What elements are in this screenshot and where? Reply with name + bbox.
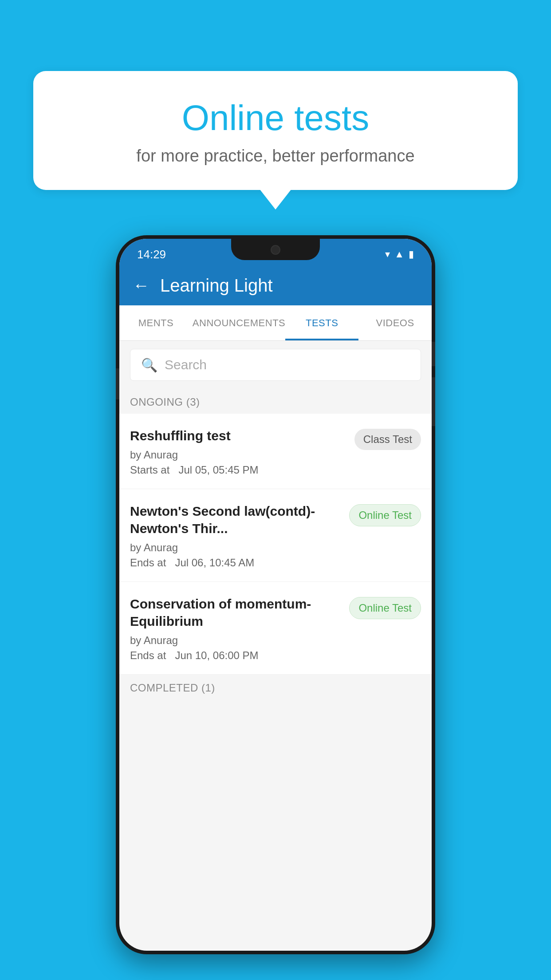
tab-videos[interactable]: VIDEOS: [358, 305, 432, 340]
test-item-conservation[interactable]: Conservation of momentum-Equilibrium by …: [119, 582, 432, 675]
test-name-newton: Newton's Second law(contd)-Newton's Thir…: [130, 502, 342, 537]
completed-section-label: COMPLETED (1): [119, 675, 432, 699]
test-badge-reshuffling: Class Test: [354, 429, 421, 450]
app-title: Learning Light: [160, 276, 273, 296]
notch: [231, 239, 320, 260]
test-time-conservation: Ends at Jun 10, 06:00 PM: [130, 649, 342, 662]
test-time-newton: Ends at Jul 06, 10:45 AM: [130, 557, 342, 569]
tab-ments[interactable]: MENTS: [119, 305, 193, 340]
wifi-icon: ▾: [385, 249, 390, 260]
bubble-subtitle: for more practice, better performance: [55, 146, 496, 166]
front-camera: [271, 245, 280, 255]
test-item-reshuffling[interactable]: Reshuffling test by Anurag Starts at Jul…: [119, 414, 432, 489]
test-list: Reshuffling test by Anurag Starts at Jul…: [119, 414, 432, 675]
search-container: 🔍 Search: [119, 341, 432, 389]
test-info-conservation: Conservation of momentum-Equilibrium by …: [130, 595, 349, 662]
test-badge-newton: Online Test: [349, 504, 421, 526]
signal-icon: ▲: [394, 249, 404, 260]
test-author-reshuffling: by Anurag: [130, 449, 347, 461]
tab-tests[interactable]: TESTS: [285, 305, 358, 340]
test-info-reshuffling: Reshuffling test by Anurag Starts at Jul…: [130, 427, 354, 476]
test-badge-conservation: Online Test: [349, 597, 421, 619]
battery-icon: ▮: [409, 249, 414, 260]
test-name-conservation: Conservation of momentum-Equilibrium: [130, 595, 342, 630]
test-info-newton: Newton's Second law(contd)-Newton's Thir…: [130, 502, 349, 569]
test-name-reshuffling: Reshuffling test: [130, 427, 347, 444]
app-header: ← Learning Light: [119, 265, 432, 305]
tabs-bar: MENTS ANNOUNCEMENTS TESTS VIDEOS: [119, 305, 432, 341]
test-author-newton: by Anurag: [130, 541, 342, 554]
ongoing-section-label: ONGOING (3): [119, 389, 432, 414]
search-bar[interactable]: 🔍 Search: [130, 349, 421, 381]
test-item-newton[interactable]: Newton's Second law(contd)-Newton's Thir…: [119, 489, 432, 582]
status-icons: ▾ ▲ ▮: [385, 249, 414, 260]
search-icon: 🔍: [141, 357, 157, 373]
bubble-title: Online tests: [55, 98, 496, 138]
test-time-reshuffling: Starts at Jul 05, 05:45 PM: [130, 464, 347, 476]
back-button[interactable]: ←: [133, 276, 150, 295]
test-author-conservation: by Anurag: [130, 634, 342, 647]
status-time: 14:29: [137, 248, 166, 261]
phone-screen: 14:29 ▾ ▲ ▮ ← Learning Light MENTS ANNOU…: [119, 239, 432, 951]
phone-frame: 14:29 ▾ ▲ ▮ ← Learning Light MENTS ANNOU…: [116, 235, 435, 954]
tab-announcements[interactable]: ANNOUNCEMENTS: [193, 305, 285, 340]
speech-bubble: Online tests for more practice, better p…: [33, 71, 518, 190]
search-input-placeholder[interactable]: Search: [165, 357, 207, 372]
